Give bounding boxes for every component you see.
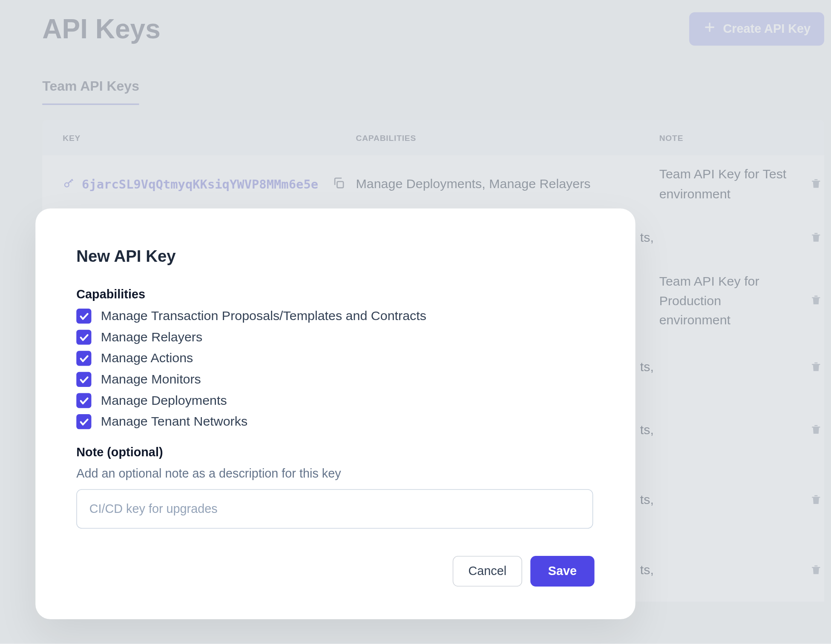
checkbox-checked-icon[interactable] [76,330,91,345]
page-root: API Keys Create API Key Team API Keys KE… [0,0,831,644]
modal-footer: Cancel Save [76,556,594,587]
checkbox-checked-icon[interactable] [76,351,91,366]
capability-item[interactable]: Manage Tenant Networks [76,414,594,429]
capability-label: Manage Relayers [101,330,202,345]
checkbox-checked-icon[interactable] [76,372,91,387]
capability-item[interactable]: Manage Deployments [76,393,594,408]
capabilities-section-label: Capabilities [76,287,594,302]
note-section-label: Note (optional) [76,446,594,460]
capability-label: Manage Transaction Proposals/Templates a… [101,309,426,323]
capability-label: Manage Monitors [101,372,201,387]
capability-item[interactable]: Manage Monitors [76,372,594,387]
cancel-button[interactable]: Cancel [453,556,522,587]
checkbox-checked-icon[interactable] [76,414,91,429]
capability-label: Manage Deployments [101,393,227,408]
checkbox-checked-icon[interactable] [76,309,91,323]
capability-item[interactable]: Manage Transaction Proposals/Templates a… [76,309,594,323]
capability-label: Manage Tenant Networks [101,414,247,429]
new-api-key-modal: New API Key Capabilities Manage Transact… [35,209,635,619]
note-help-text: Add an optional note as a description fo… [76,467,594,481]
capabilities-list: Manage Transaction Proposals/Templates a… [76,309,594,429]
checkbox-checked-icon[interactable] [76,393,91,408]
capability-item[interactable]: Manage Actions [76,351,594,366]
capability-item[interactable]: Manage Relayers [76,330,594,345]
save-button[interactable]: Save [530,556,595,587]
capability-label: Manage Actions [101,351,193,366]
modal-title: New API Key [76,246,594,266]
note-input[interactable] [76,489,593,529]
